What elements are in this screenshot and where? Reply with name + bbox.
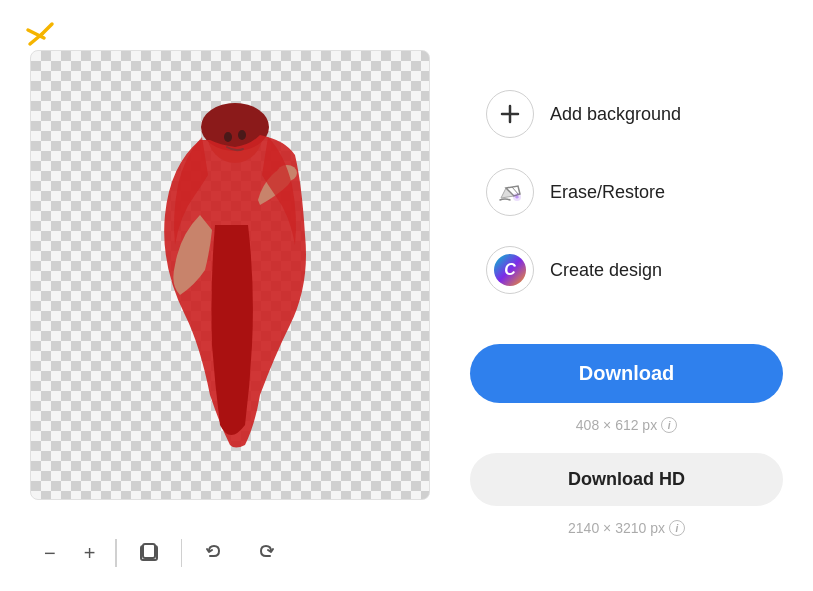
erase-restore-icon-circle	[486, 168, 534, 216]
create-design-label: Create design	[550, 260, 662, 281]
zoom-in-button[interactable]: +	[70, 534, 110, 573]
toolbar-divider-2	[181, 539, 183, 567]
plus-icon	[499, 103, 521, 125]
erase-icon	[498, 180, 522, 204]
bottom-toolbar: − +	[30, 533, 292, 573]
redo-icon	[254, 541, 278, 565]
download-dimension: 408 × 612 px i	[470, 417, 783, 433]
svg-point-7	[238, 130, 246, 140]
download-hd-dimension: 2140 × 3210 px i	[470, 520, 783, 536]
erase-restore-label: Erase/Restore	[550, 182, 665, 203]
person-silhouette	[31, 51, 429, 499]
undo-icon	[202, 541, 226, 565]
layers-icon	[137, 541, 161, 565]
zoom-out-button[interactable]: −	[30, 534, 70, 573]
undo-button[interactable]	[188, 533, 240, 573]
svg-rect-13	[143, 544, 155, 558]
create-design-button[interactable]: C Create design	[470, 236, 783, 304]
add-background-label: Add background	[550, 104, 681, 125]
svg-line-1	[42, 24, 52, 34]
toolbar-divider-1	[115, 539, 117, 567]
create-design-icon-circle: C	[486, 246, 534, 294]
dimension-info-icon[interactable]: i	[661, 417, 677, 433]
canva-icon: C	[494, 254, 526, 286]
download-hd-button[interactable]: Download HD	[470, 453, 783, 506]
image-preview-panel	[30, 50, 430, 500]
download-button[interactable]: Download	[470, 344, 783, 403]
add-background-icon-circle	[486, 90, 534, 138]
svg-point-6	[224, 132, 232, 142]
erase-restore-button[interactable]: Erase/Restore	[470, 158, 783, 226]
hd-dimension-info-icon[interactable]: i	[669, 520, 685, 536]
layers-button[interactable]	[123, 533, 175, 573]
add-background-button[interactable]: Add background	[470, 80, 783, 148]
redo-button[interactable]	[240, 533, 292, 573]
right-panel: Add background Erase/Restore C Creat	[470, 50, 783, 536]
